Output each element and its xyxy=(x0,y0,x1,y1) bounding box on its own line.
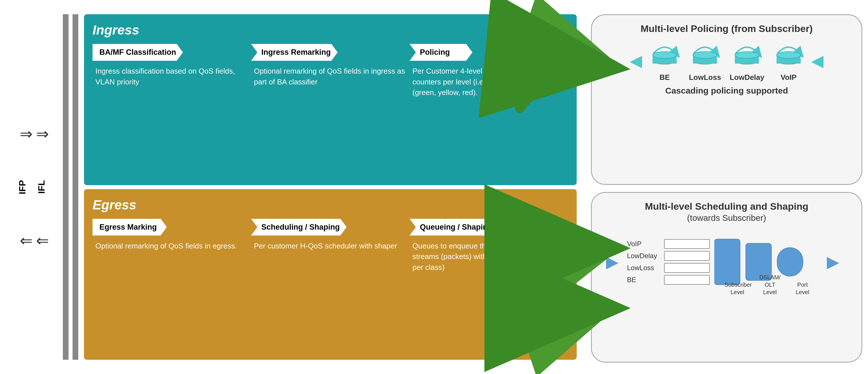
cylinder-be: BE xyxy=(649,39,680,82)
cylinder-lowloss: LowLoss xyxy=(689,39,721,82)
pipe-lowdelay xyxy=(664,251,710,261)
scheduling-diagram-box: Multi-level Scheduling and Shaping (towa… xyxy=(591,192,862,363)
queue-label-lowloss: LowLoss xyxy=(627,263,657,273)
svg-point-4 xyxy=(653,52,677,59)
policing-diagram-title: Multi-level Policing (from Subscriber) xyxy=(602,23,851,34)
ingress-step-1-desc: Ingress classification based on QoS fiel… xyxy=(93,66,251,87)
cylinder-voip: VoIP xyxy=(773,39,804,82)
scheduling-diagram-subtitle: (towards Subscriber) xyxy=(602,213,851,223)
sched-right-arrow: ► xyxy=(823,251,843,272)
egress-step-3: Queueing / Shaping Queues to enqueue the… xyxy=(410,219,568,273)
egress-step-1: Egress Marking Optional remarking of QoS… xyxy=(93,219,251,251)
ingress-step-3: Policing Per Customer 4-level cascaded p… xyxy=(410,44,568,98)
svg-point-8 xyxy=(693,52,717,59)
queue-label-be: BE xyxy=(627,275,657,285)
egress-box: Egress Egress Marking Optional remarking… xyxy=(84,189,577,360)
ingress-step-2-desc: Optional remarking of QoS fields in ingr… xyxy=(251,66,410,87)
vertical-bar-1 xyxy=(63,14,68,360)
egress-step-3-desc: Queues to enqueue the subscriber traffic… xyxy=(410,241,568,273)
vertical-bar-2 xyxy=(72,14,78,360)
pipe-be xyxy=(664,275,710,285)
ingress-step-1: BA/MF Classification Ingress classificat… xyxy=(93,44,251,87)
cylinder-voip-label: VoIP xyxy=(781,73,797,82)
ingress-step-2-label: Ingress Remarking xyxy=(251,44,338,61)
pipe-lowloss xyxy=(664,263,710,273)
egress-step-1-desc: Optional remarking of QoS fields in egre… xyxy=(93,241,240,251)
egress-title: Egress xyxy=(93,197,568,212)
policing-left-arrow: ◄ xyxy=(626,50,646,71)
subscriber-level-label: SubscriberLevel xyxy=(724,281,750,296)
cylinder-lowdelay: LowDelay xyxy=(730,39,764,82)
ingress-box: Ingress BA/MF Classification Ingress cla… xyxy=(84,14,577,185)
cylinder-lowdelay-label: LowDelay xyxy=(730,73,764,82)
egress-arrow-2: ⇐ xyxy=(36,233,49,248)
ifp-label: IFP xyxy=(17,180,28,194)
svg-rect-19 xyxy=(777,248,803,276)
egress-step-1-label: Egress Marking xyxy=(93,219,167,236)
sched-left-arrow: ► xyxy=(602,251,622,272)
svg-point-12 xyxy=(735,52,759,59)
pipe-voip xyxy=(664,239,710,249)
ingress-step-3-label: Policing xyxy=(410,44,472,61)
ingress-arrow-2: ⇒ xyxy=(36,126,49,141)
policing-diagram-box: Multi-level Policing (from Subscriber) ◄ xyxy=(591,14,862,185)
ingress-step-2: Ingress Remarking Optional remarking of … xyxy=(251,44,410,87)
scheduling-diagram-title: Multi-level Scheduling and Shaping xyxy=(602,201,851,212)
queue-label-voip: VoIP xyxy=(627,239,657,249)
egress-step-2-desc: Per customer H-QoS scheduler with shaper xyxy=(251,241,400,251)
policing-right-arrow: ◄ xyxy=(807,50,828,71)
ingress-step-3-desc: Per Customer 4-level cascaded policer wi… xyxy=(410,66,568,98)
cascading-text: Cascading policing supported xyxy=(602,86,851,96)
port-level-label: PortLevel xyxy=(790,281,815,296)
ingress-arrow-1: ⇒ xyxy=(20,126,33,141)
queue-label-lowdelay: LowDelay xyxy=(627,251,657,261)
egress-step-3-label: Queueing / Shaping xyxy=(410,219,499,236)
egress-arrow-1: ⇐ xyxy=(20,233,33,248)
ingress-title: Ingress xyxy=(93,22,568,38)
ifl-label: IFL xyxy=(36,180,47,194)
cylinder-lowloss-label: LowLoss xyxy=(689,73,721,82)
ingress-step-1-label: BA/MF Classification xyxy=(93,44,183,61)
egress-step-2-label: Scheduling / Shaping xyxy=(251,219,347,236)
svg-point-16 xyxy=(777,52,801,59)
main-container: ⇒ ⇒ IFP IFL ⇐ ⇐ Ingress xyxy=(0,0,868,374)
dslam-level-label: DSLAM/OLTLevel xyxy=(757,274,783,296)
egress-step-2: Scheduling / Shaping Per customer H-QoS … xyxy=(251,219,410,251)
cylinder-be-label: BE xyxy=(659,73,670,82)
